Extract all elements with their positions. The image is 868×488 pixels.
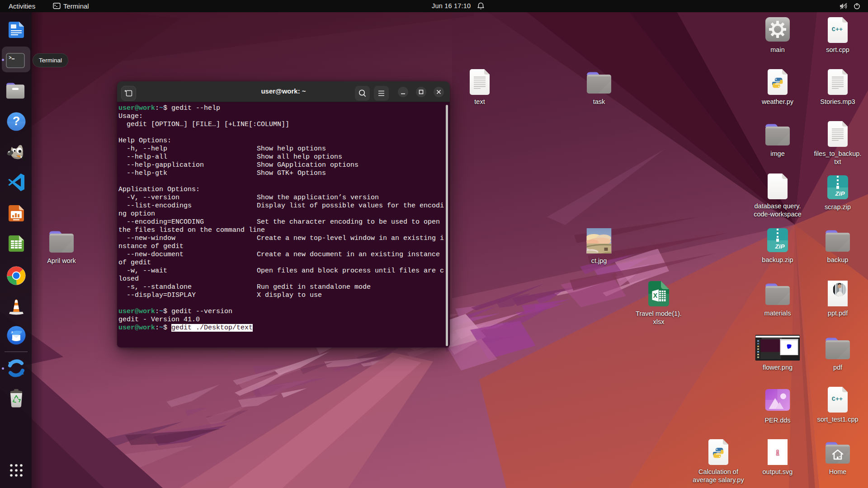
svg-text:>: > xyxy=(9,56,11,61)
svg-text:?: ? xyxy=(13,114,20,128)
